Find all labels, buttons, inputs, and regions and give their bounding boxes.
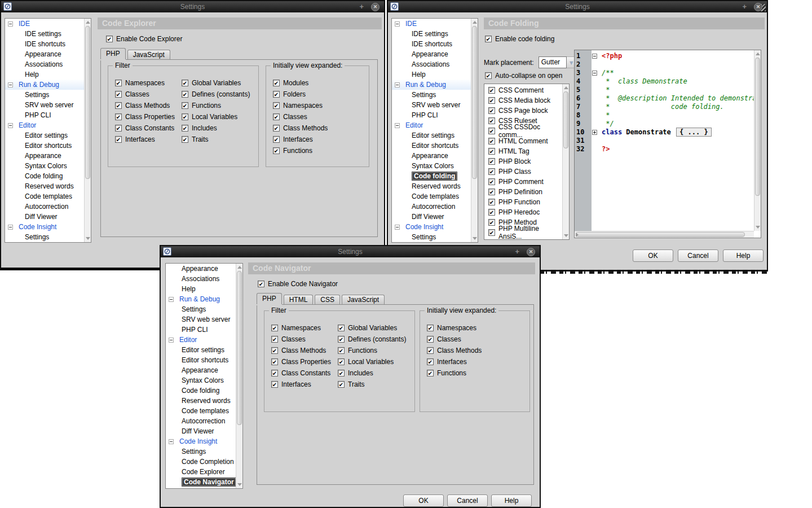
expanded-class-methods[interactable]: ✔Class Methods — [427, 345, 482, 356]
sidebar-item-ide-settings[interactable]: IDE settings — [392, 29, 471, 39]
filter-defines-constants[interactable]: ✔Defines (constants) — [338, 334, 406, 345]
pin-icon[interactable]: + — [742, 1, 747, 12]
sidebar-item-editor-shortcuts[interactable]: Editor shortcuts — [392, 141, 471, 151]
expanded-functions[interactable]: ✔Functions — [427, 367, 482, 379]
checkbox-checked-icon[interactable]: ✔ — [115, 102, 122, 109]
filter-local-variables[interactable]: ✔Local Variables — [182, 111, 250, 122]
sidebar-item-appearance[interactable]: Appearance — [166, 264, 236, 274]
sidebar-item-code-folding[interactable]: Code folding — [392, 171, 471, 181]
sidebar-item-srv-web-server[interactable]: SRV web server — [166, 314, 236, 325]
collapse-icon[interactable] — [395, 225, 400, 230]
scroll-thumb[interactable] — [563, 91, 568, 148]
fold-type-php-multiline-ansis[interactable]: ✔PHP Multiline AnsiS... — [488, 227, 562, 238]
sidebar-item-editor-settings[interactable]: Editor settings — [5, 130, 84, 141]
scroll-thumb[interactable] — [85, 26, 90, 179]
sidebar-item-code-insight[interactable]: Code Insight — [166, 436, 236, 446]
close-icon[interactable]: ✕ — [527, 248, 535, 256]
fold-collapse-icon[interactable] — [592, 71, 597, 76]
auto-collapse-checkbox[interactable]: ✔ Auto-collapse on open — [485, 72, 562, 80]
enable-code-explorer-checkbox[interactable]: ✔ Enable Code Explorer — [106, 35, 182, 43]
checkbox-checked-icon[interactable]: ✔ — [488, 229, 495, 236]
checkbox-checked-icon[interactable]: ✔ — [115, 136, 122, 143]
checkbox-checked-icon[interactable]: ✔ — [488, 209, 495, 216]
tab-php[interactable]: PHP — [257, 293, 282, 304]
sidebar-item-ide[interactable]: IDE — [5, 19, 84, 29]
sidebar-item-code-templates[interactable]: Code templates — [392, 191, 471, 202]
checkbox-checked-icon[interactable]: ✔ — [427, 347, 434, 354]
select-value[interactable]: Gutter — [539, 56, 567, 68]
expanded-folders[interactable]: ✔Folders — [273, 89, 328, 100]
sidebar-item-code-folding[interactable]: Code folding — [5, 171, 84, 181]
collapse-icon[interactable] — [169, 439, 174, 444]
checkbox-checked-icon[interactable]: ✔ — [271, 381, 278, 388]
checkbox-checked-icon[interactable]: ✔ — [485, 72, 492, 79]
sidebar-item-code-templates[interactable]: Code templates — [5, 191, 84, 202]
sidebar-item-appearance[interactable]: Appearance — [5, 151, 84, 161]
sidebar-item-settings[interactable]: Settings — [166, 304, 236, 314]
tab-javascript[interactable]: JavaScript — [127, 50, 170, 59]
close-icon[interactable]: ✕ — [754, 3, 762, 11]
sidebar-item-php-cli[interactable]: PHP CLI — [5, 110, 84, 120]
ok-button[interactable]: OK — [633, 249, 673, 262]
editor-horizontal-scrollbar[interactable] — [575, 231, 754, 238]
fold-type-css-cssdoc-comm[interactable]: ✔CSS CSSDoc comm... — [488, 126, 562, 136]
filter-classes[interactable]: ✔Classes — [271, 334, 331, 345]
collapse-icon[interactable] — [395, 123, 400, 128]
filter-traits[interactable]: ✔Traits — [338, 379, 406, 390]
expanded-functions[interactable]: ✔Functions — [273, 145, 328, 156]
sidebar-item-code-navigator[interactable]: Code Navigator — [166, 477, 236, 487]
scroll-up-icon[interactable] — [237, 266, 242, 269]
collapse-icon[interactable] — [169, 338, 174, 343]
collapse-icon[interactable] — [395, 21, 400, 27]
titlebar[interactable]: Settings + ✕ — [388, 1, 767, 12]
enable-code-folding-checkbox[interactable]: ✔ Enable code folding — [485, 35, 554, 43]
collapse-icon[interactable] — [8, 225, 13, 230]
checkbox-checked-icon[interactable]: ✔ — [273, 91, 280, 98]
checkbox-checked-icon[interactable]: ✔ — [273, 113, 280, 120]
filter-class-properties[interactable]: ✔Class Properties — [271, 356, 331, 367]
fold-expand-icon[interactable] — [592, 130, 597, 135]
filter-includes[interactable]: ✔Includes — [338, 367, 406, 379]
checkbox-checked-icon[interactable]: ✔ — [488, 168, 495, 175]
checkbox-checked-icon[interactable]: ✔ — [182, 125, 188, 132]
sidebar-item-php-cli[interactable]: PHP CLI — [166, 325, 236, 335]
help-button[interactable]: Help — [723, 249, 764, 262]
scroll-right-icon[interactable] — [576, 233, 579, 237]
checkbox-checked-icon[interactable]: ✔ — [106, 36, 113, 42]
filter-includes[interactable]: ✔Includes — [182, 122, 250, 134]
checkbox-checked-icon[interactable]: ✔ — [338, 358, 345, 365]
sidebar-item-associations[interactable]: Associations — [392, 59, 471, 69]
editor-vertical-scrollbar[interactable] — [754, 50, 761, 231]
fold-type-html-tag[interactable]: ✔HTML Tag — [488, 146, 562, 156]
checkbox-checked-icon[interactable]: ✔ — [115, 125, 122, 132]
checkbox-checked-icon[interactable]: ✔ — [182, 91, 188, 98]
scroll-down-icon[interactable] — [86, 237, 90, 240]
mark-placement-select[interactable]: Gutter ▼ — [539, 56, 577, 68]
sidebar-item-diff-viewer[interactable]: Diff Viewer — [392, 212, 471, 222]
code-preview-editor[interactable]: 123456789103132 <?php/** * class Demonst… — [574, 50, 761, 238]
checkbox-checked-icon[interactable]: ✔ — [488, 117, 495, 124]
checkbox-checked-icon[interactable]: ✔ — [488, 178, 495, 185]
checkbox-checked-icon[interactable]: ✔ — [182, 102, 188, 109]
checkbox-checked-icon[interactable]: ✔ — [488, 128, 495, 134]
expanded-namespaces[interactable]: ✔Namespaces — [273, 100, 328, 111]
filter-traits[interactable]: ✔Traits — [182, 134, 250, 145]
sidebar-item-help[interactable]: Help — [392, 69, 471, 80]
checkbox-checked-icon[interactable]: ✔ — [273, 136, 280, 143]
sidebar-item-editor[interactable]: Editor — [5, 120, 84, 130]
checkbox-checked-icon[interactable]: ✔ — [271, 325, 278, 331]
sidebar-item-run-debug[interactable]: Run & Debug — [166, 294, 236, 304]
sidebar-item-code-explorer[interactable]: Code Explorer — [166, 467, 236, 477]
checkbox-checked-icon[interactable]: ✔ — [273, 102, 280, 109]
filter-global-variables[interactable]: ✔Global Variables — [338, 322, 406, 334]
sidebar-item-syntax-colors[interactable]: Syntax Colors — [5, 161, 84, 171]
sidebar-item-appearance[interactable]: Appearance — [392, 49, 471, 59]
checkbox-checked-icon[interactable]: ✔ — [488, 87, 495, 94]
checkbox-checked-icon[interactable]: ✔ — [182, 113, 188, 120]
checkbox-checked-icon[interactable]: ✔ — [273, 80, 280, 86]
checkbox-checked-icon[interactable]: ✔ — [488, 158, 495, 165]
sidebar-item-appearance[interactable]: Appearance — [392, 151, 471, 161]
scroll-thumb[interactable] — [472, 26, 477, 179]
fold-collapse-icon[interactable] — [592, 54, 597, 59]
tree-scrollbar[interactable] — [471, 19, 478, 242]
